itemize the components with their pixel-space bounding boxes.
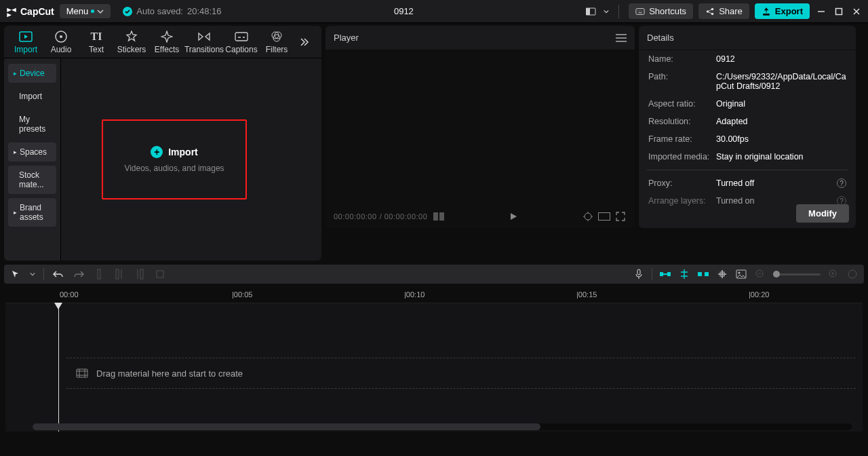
preview-axis-icon[interactable] (716, 268, 728, 280)
player-panel: Player 00:00:00:00 / 00:00:00:00 (326, 26, 635, 228)
timeline-ruler[interactable]: 00:00 |00:05 |00:10 |00:15 |00:20 (5, 288, 863, 303)
sticker-icon (125, 30, 138, 43)
svg-rect-18 (98, 269, 100, 279)
timeline[interactable]: Drag material here and start to create (5, 303, 863, 432)
window-maximize[interactable] (833, 5, 845, 18)
plus-icon: + (151, 146, 163, 158)
chevron-down-icon[interactable] (604, 9, 609, 14)
zoom-slider[interactable] (773, 273, 821, 276)
mic-icon[interactable] (633, 268, 645, 280)
titlebar: CapCut Menu Auto saved: 20:48:16 0912 Sh… (0, 0, 868, 23)
play-button[interactable] (507, 210, 519, 223)
delete-clip-icon[interactable] (154, 268, 166, 280)
effects-icon (160, 30, 174, 43)
svg-rect-7 (836, 8, 842, 14)
svg-rect-15 (433, 212, 438, 221)
cover-icon[interactable] (735, 268, 747, 280)
svg-rect-21 (157, 271, 163, 278)
sidebar-item-import[interactable]: Import (8, 87, 56, 106)
zoom-out-icon[interactable] (754, 268, 766, 280)
player-menu-icon[interactable] (616, 34, 627, 42)
share-button[interactable]: Share (698, 3, 749, 19)
svg-rect-23 (660, 272, 663, 276)
magnet-track-icon[interactable] (678, 268, 690, 280)
tab-transitions[interactable]: Transitions (186, 28, 222, 56)
compare-icon[interactable] (433, 210, 445, 223)
menu-button[interactable]: Menu (60, 4, 111, 18)
redo-icon[interactable] (73, 268, 85, 280)
cursor-tool-icon[interactable] (9, 268, 22, 280)
share-icon (705, 7, 715, 16)
reframe-icon[interactable] (582, 210, 594, 223)
tab-text[interactable]: TI Text (80, 28, 113, 56)
svg-rect-26 (705, 272, 709, 276)
timeline-drop-hint: Drag material here and start to create (66, 358, 856, 389)
import-drop-area[interactable]: + Import Videos, audios, and images (102, 119, 247, 200)
expand-tabs-icon[interactable] (296, 34, 312, 50)
sidebar-item-presets[interactable]: My presets (8, 110, 56, 138)
details-imported: Stay in original location (716, 152, 846, 162)
export-icon (762, 7, 771, 16)
ratio-icon[interactable] (598, 210, 610, 223)
svg-rect-11 (235, 33, 248, 41)
sidebar-item-device[interactable]: ▸Device (8, 64, 56, 83)
shortcuts-button[interactable]: Shortcuts (629, 3, 693, 19)
magnet-main-icon[interactable] (659, 268, 671, 280)
svg-point-6 (711, 12, 714, 15)
film-icon (76, 368, 88, 378)
linkage-icon[interactable] (697, 268, 709, 280)
help-icon[interactable]: ? (837, 178, 846, 188)
tab-stickers[interactable]: Stickers (115, 28, 148, 56)
audio-icon (54, 30, 68, 43)
check-circle-icon (123, 7, 132, 16)
autosave-status: Auto saved: 20:48:16 (123, 6, 221, 16)
split-left-icon[interactable] (113, 268, 125, 280)
tab-audio[interactable]: Audio (45, 28, 77, 56)
window-close[interactable] (850, 5, 863, 18)
details-title: Details (647, 33, 674, 43)
fullscreen-icon[interactable] (614, 210, 627, 223)
layout-icon[interactable] (586, 5, 598, 18)
svg-point-5 (711, 7, 714, 10)
import-title: Import (168, 147, 198, 157)
sidebar-item-spaces[interactable]: ▸Spaces (8, 142, 56, 162)
undo-icon[interactable] (52, 268, 64, 280)
modify-button[interactable]: Modify (796, 204, 849, 223)
svg-rect-24 (667, 272, 671, 276)
details-resolution: Adapted (716, 117, 846, 126)
details-path: C:/Users/92332/AppData/Local/CapCut Draf… (716, 72, 846, 91)
export-button[interactable]: Export (755, 3, 810, 19)
fit-icon[interactable] (846, 268, 859, 280)
import-subtitle: Videos, audios, and images (124, 164, 224, 173)
sidebar-item-stock[interactable]: Stock mate... (8, 166, 56, 194)
project-title: 0912 (222, 6, 587, 16)
svg-rect-20 (140, 269, 143, 279)
time-total: 00:00:00:00 (384, 212, 428, 221)
playhead[interactable] (58, 303, 59, 432)
timeline-tools (4, 265, 864, 284)
time-current: 00:00:00:00 (334, 212, 377, 221)
details-panel: Details Name:0912 Path:C:/Users/92332/Ap… (639, 26, 856, 228)
tab-captions[interactable]: Captions (225, 28, 258, 56)
svg-rect-33 (77, 369, 87, 377)
tab-import[interactable]: Import (9, 28, 42, 56)
svg-point-4 (707, 10, 709, 13)
svg-rect-22 (637, 269, 640, 275)
details-name: 0912 (716, 54, 846, 64)
split-icon[interactable] (93, 268, 105, 280)
timeline-scrollbar[interactable] (33, 423, 852, 430)
window-minimize[interactable] (815, 5, 827, 18)
tab-filters[interactable]: Filters (260, 28, 293, 56)
filters-icon (270, 30, 283, 43)
zoom-in-icon[interactable] (827, 268, 840, 280)
svg-rect-3 (636, 8, 644, 14)
tab-effects[interactable]: Effects (151, 28, 183, 56)
sidebar-item-brand[interactable]: ▸Brand assets (8, 198, 56, 227)
player-title: Player (334, 33, 359, 43)
svg-point-17 (585, 213, 591, 220)
transitions-icon (197, 30, 211, 43)
chevron-down-icon[interactable] (30, 271, 35, 277)
details-proxy: Turned off (716, 178, 837, 188)
svg-point-32 (848, 270, 856, 278)
split-right-icon[interactable] (134, 268, 146, 280)
